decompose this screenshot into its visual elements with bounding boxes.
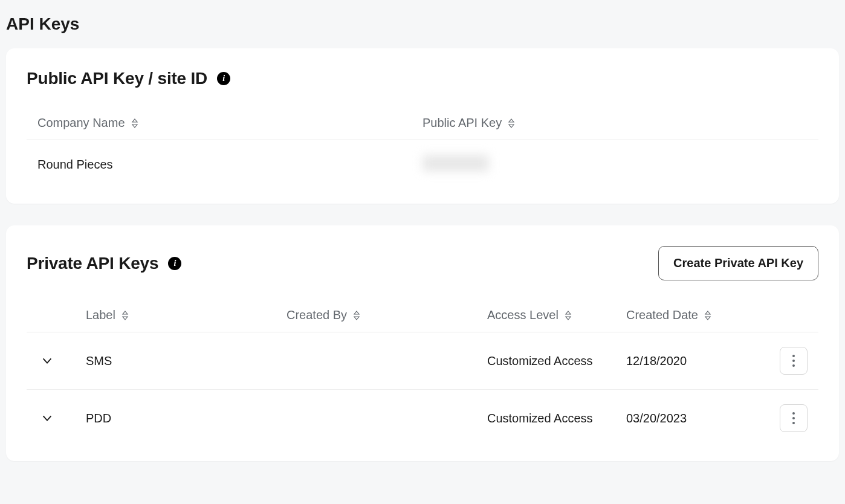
col-created-by[interactable]: Created By (287, 308, 487, 322)
private-card-header: Private API Keys i Create Private API Ke… (27, 246, 818, 280)
col-company-name[interactable]: Company Name (37, 116, 422, 130)
redacted-api-key (422, 155, 489, 172)
public-title-wrap: Public API Key / site ID i (27, 69, 230, 88)
svg-point-0 (792, 355, 795, 357)
info-icon[interactable]: i (217, 72, 230, 85)
public-card-header: Public API Key / site ID i (27, 69, 818, 88)
private-card-title: Private API Keys (27, 254, 158, 273)
col-created-date-text: Created Date (626, 308, 698, 322)
kebab-icon (792, 354, 795, 367)
private-api-table: Label Created By Access Level Created Da… (27, 308, 818, 447)
svg-point-2 (792, 364, 795, 367)
sort-icon (704, 311, 711, 320)
label-cell: SMS (86, 354, 287, 368)
sort-icon (131, 118, 138, 128)
col-label-text: Label (86, 308, 115, 322)
created-date-cell: 12/18/2020 (626, 354, 765, 368)
expand-row-button[interactable] (37, 409, 57, 428)
svg-point-5 (792, 422, 795, 424)
chevron-down-icon (40, 412, 54, 425)
col-access-level-text: Access Level (487, 308, 558, 322)
company-name-cell: Round Pieces (37, 158, 422, 172)
page-title: API Keys (6, 6, 839, 48)
private-api-keys-card: Private API Keys i Create Private API Ke… (6, 225, 839, 461)
access-level-cell: Customized Access (487, 354, 626, 368)
sort-icon (353, 311, 360, 320)
col-access-level[interactable]: Access Level (487, 308, 626, 322)
sort-icon (508, 118, 515, 128)
sort-icon (121, 311, 129, 320)
public-api-table: Company Name Public API Key Round Pieces (27, 116, 818, 189)
col-public-api-key-label: Public API Key (422, 116, 502, 130)
public-table-head: Company Name Public API Key (27, 116, 818, 140)
access-level-cell: Customized Access (487, 412, 626, 425)
private-table-head: Label Created By Access Level Created Da… (27, 308, 818, 332)
svg-point-3 (792, 412, 795, 415)
row-actions-button[interactable] (780, 347, 808, 375)
col-company-name-label: Company Name (37, 116, 125, 130)
private-title-wrap: Private API Keys i (27, 254, 181, 273)
created-date-cell: 03/20/2023 (626, 412, 765, 425)
public-card-title: Public API Key / site ID (27, 69, 207, 88)
table-row: PDD Customized Access 03/20/2023 (27, 390, 818, 447)
col-label[interactable]: Label (86, 308, 287, 322)
svg-point-1 (792, 360, 795, 362)
public-api-key-card: Public API Key / site ID i Company Name … (6, 48, 839, 204)
col-created-date[interactable]: Created Date (626, 308, 765, 322)
svg-point-4 (792, 417, 795, 419)
expand-row-button[interactable] (37, 351, 57, 370)
table-row: Round Pieces (27, 140, 818, 189)
sort-icon (565, 311, 572, 320)
chevron-down-icon (40, 354, 54, 367)
row-actions-button[interactable] (780, 404, 808, 432)
label-cell: PDD (86, 412, 287, 425)
create-private-api-key-button[interactable]: Create Private API Key (658, 246, 818, 280)
table-row: SMS Customized Access 12/18/2020 (27, 332, 818, 390)
kebab-icon (792, 412, 795, 425)
public-api-key-cell (422, 155, 808, 175)
info-icon[interactable]: i (168, 257, 181, 270)
col-created-by-text: Created By (287, 308, 347, 322)
col-public-api-key[interactable]: Public API Key (422, 116, 808, 130)
